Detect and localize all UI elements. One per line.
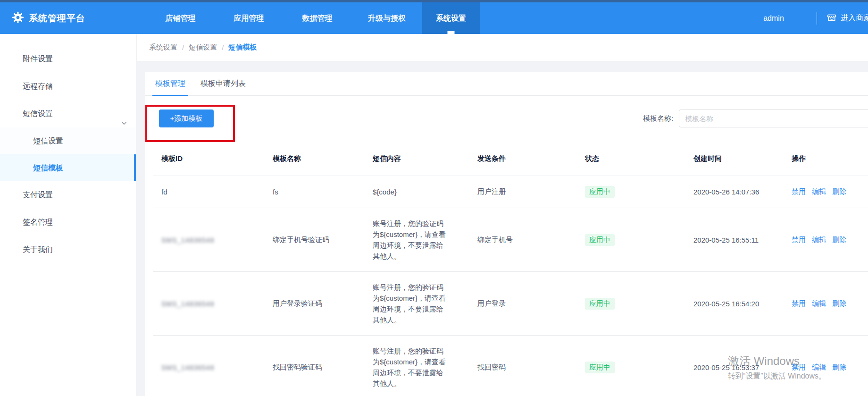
- storefront-icon: [826, 12, 837, 25]
- cell-send-condition: 用户注册: [469, 187, 576, 196]
- cell-sms-content: 账号注册，您的验证码为${customer}，请查看周边环境，不要泄露给其他人。: [364, 345, 448, 389]
- breadcrumb-sms-templates: 短信模板: [228, 43, 257, 52]
- cell-template-id: SMS_14836548: [153, 236, 264, 244]
- delete-link[interactable]: 删除: [832, 236, 846, 244]
- cell-actions: 禁用 编辑 删除: [783, 187, 868, 196]
- breadcrumb-sms-settings[interactable]: 短信设置: [189, 43, 217, 52]
- table-row: fd fs ${code} 用户注册 应用中 2020-05-26 14:07:…: [153, 176, 868, 208]
- blurred-template-id: SMS_14836548: [161, 300, 214, 308]
- cell-template-id: SMS_14836548: [153, 300, 264, 308]
- delete-link[interactable]: 删除: [832, 187, 846, 195]
- nav-item-shop-management[interactable]: 店铺管理: [146, 2, 215, 34]
- edit-link[interactable]: 编辑: [812, 299, 826, 307]
- sidebar-item-about-us[interactable]: 关于我们: [0, 236, 136, 263]
- cell-status: 应用中: [576, 362, 685, 373]
- cell-status: 应用中: [576, 298, 685, 310]
- enter-shop-button[interactable]: 进入商家: [823, 2, 868, 34]
- sidebar-item-label: 短信设置: [23, 110, 53, 118]
- search-label: 模板名称:: [643, 114, 673, 123]
- sidebar-item-label: 附件设置: [23, 55, 53, 63]
- topbar-divider: [817, 12, 817, 25]
- app-title: 系统管理平台: [29, 12, 85, 25]
- cell-created-time: 2020-05-25 16:55:11: [685, 236, 783, 244]
- topbar: 系统管理平台 店铺管理 应用管理 数据管理 升级与授权 系统设置 admin 进…: [0, 0, 868, 34]
- col-header-status: 状态: [576, 154, 685, 163]
- col-header-sms-content: 短信内容: [364, 154, 469, 163]
- cell-actions: 禁用 编辑 删除: [783, 299, 868, 308]
- sidebar: 附件设置 远程存储 短信设置 短信设置 短信模板 支付设置 签名管理 关于我们: [0, 34, 136, 396]
- cell-template-name: 用户登录验证码: [264, 299, 364, 308]
- status-badge: 应用中: [585, 362, 615, 373]
- sidebar-subitem-label: 短信模板: [33, 164, 63, 172]
- cell-template-id: SMS_14836548: [153, 363, 264, 371]
- cell-template-name: fs: [264, 188, 364, 196]
- nav-item-upgrade-authorization[interactable]: 升级与授权: [351, 2, 422, 34]
- cell-sms-content: 账号注册，您的验证码为${customer}，请查看周边环境，不要泄露给其他人。: [364, 282, 448, 325]
- cell-status: 应用中: [576, 186, 685, 198]
- add-template-button[interactable]: +添加模板: [159, 110, 214, 127]
- cell-actions: 禁用 编辑 删除: [783, 236, 868, 244]
- col-header-template-name: 模板名称: [264, 154, 364, 163]
- sidebar-item-sms-settings-group[interactable]: 短信设置: [0, 100, 136, 127]
- cell-send-condition: 找回密码: [469, 363, 576, 372]
- sidebar-item-attachment-settings[interactable]: 附件设置: [0, 45, 136, 73]
- app-logo: 系统管理平台: [12, 2, 85, 34]
- cell-sms-content: 账号注册，您的验证码为${customer}，请查看周边环境，不要泄露给其他人。: [364, 218, 448, 261]
- cell-sms-content: ${code}: [364, 186, 448, 197]
- tab-bar: 模板管理 模板申请列表: [145, 72, 868, 96]
- table-row: SMS_14836548 用户登录验证码 账号注册，您的验证码为${custom…: [153, 272, 868, 336]
- sidebar-subitem-sms-settings[interactable]: 短信设置: [0, 127, 136, 154]
- status-badge: 应用中: [585, 234, 615, 246]
- sidebar-item-label: 远程存储: [23, 82, 53, 90]
- sidebar-item-label: 支付设置: [23, 191, 53, 199]
- edit-link[interactable]: 编辑: [812, 363, 826, 371]
- breadcrumb-separator: /: [182, 43, 184, 51]
- enter-shop-label: 进入商家: [841, 13, 868, 23]
- delete-link[interactable]: 删除: [832, 299, 846, 307]
- sidebar-item-label: 签名管理: [23, 218, 53, 226]
- delete-link[interactable]: 删除: [832, 363, 846, 371]
- username[interactable]: admin: [755, 2, 793, 34]
- status-badge: 应用中: [585, 186, 615, 198]
- nav-item-data-management[interactable]: 数据管理: [283, 2, 351, 34]
- templates-table: 模板ID 模板名称 短信内容 发送条件 状态 创建时间 操作 fd fs ${c…: [153, 142, 868, 396]
- breadcrumb: 系统设置 / 短信设置 / 短信模板: [137, 34, 868, 61]
- nav-item-system-settings[interactable]: 系统设置: [422, 2, 480, 34]
- status-badge: 应用中: [585, 298, 615, 310]
- search-group: 模板名称:: [643, 110, 868, 127]
- col-header-template-id: 模板ID: [153, 154, 264, 163]
- blurred-template-id: SMS_14836548: [161, 236, 214, 244]
- sidebar-item-payment-settings[interactable]: 支付设置: [0, 181, 136, 209]
- table-header-row: 模板ID 模板名称 短信内容 发送条件 状态 创建时间 操作: [153, 142, 868, 176]
- gear-logo-icon: [12, 11, 24, 25]
- sidebar-item-label: 关于我们: [23, 245, 53, 253]
- disable-link[interactable]: 禁用: [792, 299, 806, 307]
- sidebar-item-signature-management[interactable]: 签名管理: [0, 209, 136, 236]
- disable-link[interactable]: 禁用: [792, 187, 806, 195]
- template-name-input[interactable]: [679, 110, 868, 127]
- breadcrumb-system-settings[interactable]: 系统设置: [149, 43, 177, 52]
- tab-template-application-list[interactable]: 模板申请列表: [198, 72, 249, 96]
- disable-link[interactable]: 禁用: [792, 236, 806, 244]
- cell-template-name: 绑定手机号验证码: [264, 236, 364, 244]
- content-card: 模板管理 模板申请列表 +添加模板 模板名称: 模板ID 模板名称 短信内容 发…: [145, 72, 868, 396]
- edit-link[interactable]: 编辑: [812, 187, 826, 195]
- cell-created-time: 2020-05-25 16:53:37: [685, 363, 783, 371]
- cell-created-time: 2020-05-26 14:07:36: [685, 188, 783, 196]
- col-header-actions: 操作: [783, 154, 868, 163]
- table-row: SMS_14836548 找回密码验证码 账号注册，您的验证码为${custom…: [153, 336, 868, 396]
- disable-link[interactable]: 禁用: [792, 363, 806, 371]
- cell-template-name: 找回密码验证码: [264, 363, 364, 372]
- sidebar-subitem-sms-templates[interactable]: 短信模板: [0, 154, 136, 181]
- nav-item-app-management[interactable]: 应用管理: [215, 2, 283, 34]
- cell-status: 应用中: [576, 234, 685, 246]
- edit-link[interactable]: 编辑: [812, 236, 826, 244]
- blurred-template-id: SMS_14836548: [161, 364, 214, 371]
- col-header-send-condition: 发送条件: [469, 154, 576, 163]
- tab-template-management[interactable]: 模板管理: [152, 72, 188, 96]
- sidebar-item-remote-storage[interactable]: 远程存储: [0, 73, 136, 100]
- sidebar-subitem-label: 短信设置: [33, 137, 63, 145]
- main-content: 系统设置 / 短信设置 / 短信模板 模板管理 模板申请列表 +添加模板 模板名…: [137, 34, 868, 396]
- col-header-created-time: 创建时间: [685, 154, 783, 163]
- cell-send-condition: 绑定手机号: [469, 236, 576, 244]
